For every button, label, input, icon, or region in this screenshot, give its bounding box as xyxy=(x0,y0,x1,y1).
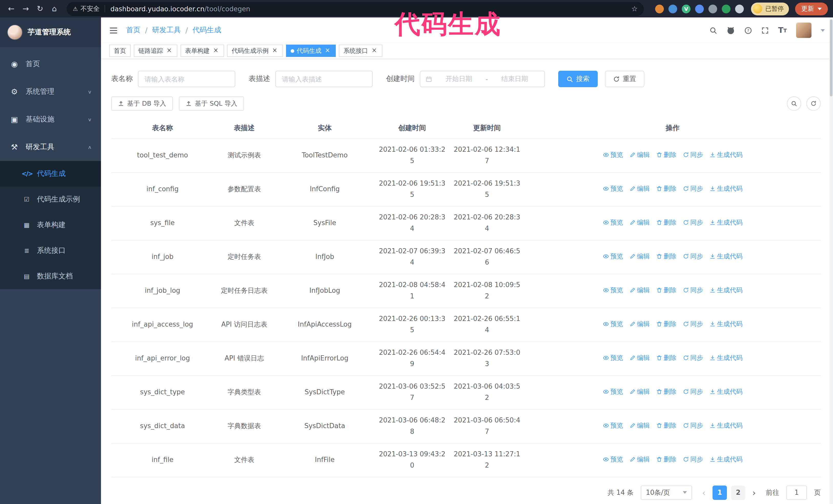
tab[interactable]: 链路追踪× xyxy=(134,45,177,57)
sidebar-item[interactable]: ⚒研发工具∧ xyxy=(0,133,101,161)
breadcrumb-item[interactable]: 代码生成 xyxy=(192,26,221,35)
refresh-table-button[interactable] xyxy=(806,96,821,111)
sidebar-subitem[interactable]: ▤数据库文档 xyxy=(0,264,101,289)
action-delete-link[interactable]: 删除 xyxy=(656,352,676,363)
tab-close-icon[interactable]: × xyxy=(166,47,173,54)
action-sync-link[interactable]: 同步 xyxy=(683,285,703,296)
profile-chip[interactable]: 已暂停 xyxy=(751,2,789,15)
action-delete-link[interactable]: 删除 xyxy=(656,454,676,465)
action-generate-link[interactable]: 生成代码 xyxy=(709,217,742,228)
action-edit-link[interactable]: 编辑 xyxy=(629,352,650,363)
tab[interactable]: 表单构建× xyxy=(181,45,224,57)
action-sync-link[interactable]: 同步 xyxy=(683,251,703,262)
action-sync-link[interactable]: 同步 xyxy=(683,454,703,465)
table-desc-input[interactable] xyxy=(275,71,373,87)
import-sql-button[interactable]: 基于 SQL 导入 xyxy=(179,96,244,111)
import-db-button[interactable]: 基于 DB 导入 xyxy=(111,96,173,111)
action-sync-link[interactable]: 同步 xyxy=(683,352,703,363)
action-delete-link[interactable]: 删除 xyxy=(656,217,676,228)
tab[interactable]: 代码生成示例× xyxy=(227,45,283,57)
breadcrumb-item[interactable]: 首页 xyxy=(126,26,140,35)
action-delete-link[interactable]: 删除 xyxy=(656,420,676,431)
tab[interactable]: 首页 xyxy=(109,45,131,57)
action-generate-link[interactable]: 生成代码 xyxy=(709,318,742,330)
action-edit-link[interactable]: 编辑 xyxy=(629,183,650,194)
update-button[interactable]: 更新 xyxy=(795,2,828,15)
tab-close-icon[interactable]: × xyxy=(371,47,378,54)
action-edit-link[interactable]: 编辑 xyxy=(629,149,650,161)
action-sync-link[interactable]: 同步 xyxy=(683,149,703,161)
action-preview-link[interactable]: 预览 xyxy=(602,420,623,431)
action-generate-link[interactable]: 生成代码 xyxy=(709,149,742,161)
forward-icon[interactable]: → xyxy=(20,3,32,15)
extension-icon-green[interactable] xyxy=(722,4,731,13)
sidebar-item[interactable]: ◉首页 xyxy=(0,50,101,78)
search-button[interactable]: 搜索 xyxy=(558,71,598,87)
action-preview-link[interactable]: 预览 xyxy=(602,386,623,398)
action-sync-link[interactable]: 同步 xyxy=(683,386,703,398)
sidebar-subitem[interactable]: ☑代码生成示例 xyxy=(0,187,101,212)
bookmark-star-icon[interactable]: ☆ xyxy=(631,5,638,13)
extension-icon-puzzle[interactable] xyxy=(735,4,744,13)
extension-icon-vue[interactable]: V xyxy=(682,4,690,13)
action-delete-link[interactable]: 删除 xyxy=(656,251,676,262)
scrollbar[interactable] xyxy=(829,18,833,504)
next-page-button[interactable]: › xyxy=(749,487,759,498)
toggle-search-button[interactable] xyxy=(787,96,801,111)
action-generate-link[interactable]: 生成代码 xyxy=(709,285,742,296)
action-delete-link[interactable]: 删除 xyxy=(656,386,676,398)
extension-icon-orange[interactable] xyxy=(655,4,664,13)
reload-icon[interactable]: ↻ xyxy=(34,3,46,15)
action-sync-link[interactable]: 同步 xyxy=(683,183,703,194)
action-preview-link[interactable]: 预览 xyxy=(602,454,623,465)
action-preview-link[interactable]: 预览 xyxy=(602,352,623,363)
hamburger-icon[interactable] xyxy=(109,26,118,34)
action-generate-link[interactable]: 生成代码 xyxy=(709,352,742,363)
action-preview-link[interactable]: 预览 xyxy=(602,183,623,194)
action-delete-link[interactable]: 删除 xyxy=(656,285,676,296)
action-preview-link[interactable]: 预览 xyxy=(602,217,623,228)
tab-close-icon[interactable]: × xyxy=(324,47,331,54)
tab[interactable]: 系统接口× xyxy=(339,45,382,57)
action-preview-link[interactable]: 预览 xyxy=(602,318,623,330)
help-icon[interactable]: ? xyxy=(744,26,752,34)
page-button[interactable]: 2 xyxy=(731,485,745,500)
sidebar-subitem[interactable]: ≣系统接口 xyxy=(0,238,101,264)
action-edit-link[interactable]: 编辑 xyxy=(629,454,650,465)
extension-icon-people[interactable] xyxy=(695,4,704,13)
sidebar-subitem[interactable]: </>代码生成 xyxy=(0,161,101,187)
action-sync-link[interactable]: 同步 xyxy=(683,420,703,431)
tab[interactable]: 代码生成× xyxy=(286,45,336,57)
action-edit-link[interactable]: 编辑 xyxy=(629,420,650,431)
address-bar[interactable]: ⚠ 不安全 dashboard.yudao.iocoder.cn/tool/co… xyxy=(67,2,644,16)
action-sync-link[interactable]: 同步 xyxy=(683,318,703,330)
reset-button[interactable]: 重置 xyxy=(605,71,644,87)
action-generate-link[interactable]: 生成代码 xyxy=(709,420,742,431)
action-preview-link[interactable]: 预览 xyxy=(602,251,623,262)
extension-icon-blue[interactable] xyxy=(668,4,677,13)
action-preview-link[interactable]: 预览 xyxy=(602,149,623,161)
action-generate-link[interactable]: 生成代码 xyxy=(709,454,742,465)
action-edit-link[interactable]: 编辑 xyxy=(629,217,650,228)
github-icon[interactable] xyxy=(727,26,735,34)
action-edit-link[interactable]: 编辑 xyxy=(629,318,650,330)
page-size-select[interactable]: 10条/页 xyxy=(641,485,692,500)
extension-icon-gray[interactable] xyxy=(709,4,717,13)
goto-page-input[interactable] xyxy=(786,485,807,500)
action-generate-link[interactable]: 生成代码 xyxy=(709,386,742,398)
avatar-caret-down-icon[interactable] xyxy=(821,29,825,31)
sidebar-subitem[interactable]: ▦表单构建 xyxy=(0,212,101,238)
action-generate-link[interactable]: 生成代码 xyxy=(709,251,742,262)
table-name-input[interactable] xyxy=(138,71,235,87)
action-edit-link[interactable]: 编辑 xyxy=(629,386,650,398)
sidebar-item[interactable]: ▣基础设施∨ xyxy=(0,105,101,133)
action-edit-link[interactable]: 编辑 xyxy=(629,251,650,262)
browser-home-icon[interactable]: ⌂ xyxy=(48,3,61,15)
app-logo-row[interactable]: 芋道管理系统 xyxy=(0,18,101,47)
page-button[interactable]: 1 xyxy=(713,485,727,500)
action-delete-link[interactable]: 删除 xyxy=(656,318,676,330)
sidebar-item[interactable]: ⚙系统管理∨ xyxy=(0,78,101,105)
tab-close-icon[interactable]: × xyxy=(212,47,219,54)
font-size-icon[interactable]: TT xyxy=(778,26,787,35)
prev-page-button[interactable]: ‹ xyxy=(699,487,709,498)
